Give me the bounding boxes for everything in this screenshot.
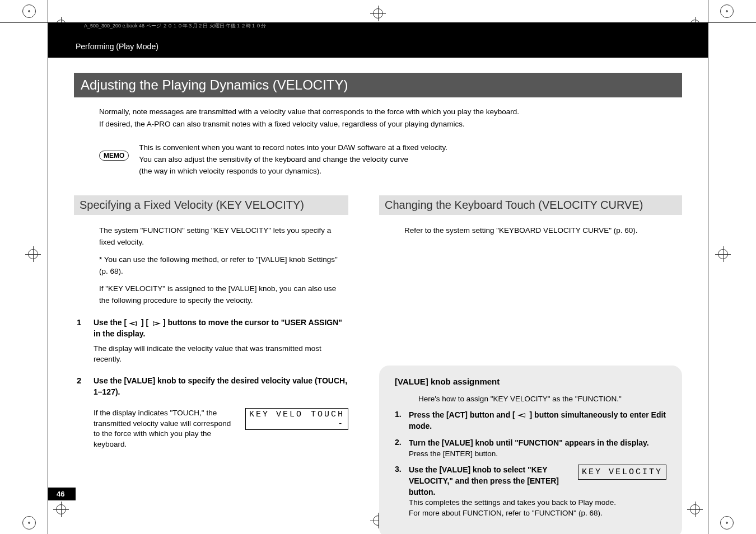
header-metadata: A_500_300_200 e.book 46 ページ ２０１０年３月２日 火曜… [84, 22, 266, 30]
crop-mark [720, 4, 734, 18]
callout-box: [VALUE] knob assignment Here's how to as… [379, 366, 682, 534]
main-title: Adjusting the Playing Dynamics (VELOCITY… [74, 73, 682, 97]
callout-intro: Here's how to assign "KEY VELOCITY" as t… [418, 395, 666, 403]
crop-mark [720, 516, 734, 530]
left-column: Specifying a Fixed Velocity (KEY VELOCIT… [74, 195, 348, 534]
section-header: Changing the Keyboard Touch (VELOCITY CU… [379, 195, 682, 215]
lcd-value: TOUCH [311, 410, 344, 419]
trim-line [48, 0, 48, 534]
section-header: Specifying a Fixed Velocity (KEY VELOCIT… [74, 195, 348, 215]
arrow-right-icon [151, 321, 161, 326]
memo-badge: MEMO [99, 151, 129, 161]
callout-title: [VALUE] knob assignment [395, 377, 666, 386]
memo-block: MEMO This is convenient when you want to… [99, 142, 682, 177]
callout-step-2: 2. Turn the [VALUE] knob until "FUNCTION… [395, 438, 666, 460]
crop-mark [22, 516, 36, 530]
registration-mark [53, 502, 69, 517]
page-number: 46 [48, 488, 76, 500]
step-1: 1 Use the [ ] [ ] buttons to move the cu… [74, 317, 348, 364]
step-body: Use the [VALUE] knob to specify the desi… [94, 376, 348, 450]
memo-text: This is convenient when you want to reco… [139, 142, 447, 177]
lcd-display: KEY VELOCITY [578, 465, 666, 480]
step-number: 2 [77, 376, 94, 450]
registration-mark [715, 246, 731, 262]
section-text: If "KEY VELOCITY" is assigned to the [VA… [99, 283, 348, 307]
step-body: Press the [ACT] button and [ ] button si… [409, 410, 666, 432]
registration-mark [687, 502, 703, 517]
section-text: Refer to the system setting "KEYBOARD VE… [404, 225, 682, 237]
step-2: 2 Use the [VALUE] knob to specify the de… [74, 376, 348, 450]
step-number: 1. [395, 410, 409, 432]
registration-mark [25, 246, 41, 262]
step-body: Use the [VALUE] knob to select "KEY VELO… [409, 465, 666, 519]
registration-mark [370, 6, 386, 21]
step-description: If the display indicates "TOUCH," the tr… [94, 408, 234, 451]
intro-text: Normally, note messages are transmitted … [99, 106, 682, 130]
step-title: Use the [ ] [ ] buttons to move the curs… [94, 317, 348, 339]
section-text: The system "FUNCTION" setting "KEY VELOC… [99, 225, 348, 249]
arrow-left-icon [517, 413, 528, 418]
page-content: Adjusting the Playing Dynamics (VELOCITY… [74, 73, 682, 534]
step-description: The display will indicate the velocity v… [94, 344, 348, 365]
step-body: Use the [ ] [ ] buttons to move the curs… [94, 317, 348, 364]
section-note: * You can use the following method, or r… [99, 254, 348, 278]
lcd-display: KEY VELO TOUCH - [245, 408, 348, 430]
lcd-label: KEY VELO [249, 410, 303, 419]
lcd-sub: - [249, 419, 344, 428]
step-number: 2. [395, 438, 409, 460]
page-header: A_500_300_200 e.book 46 ページ ２０１０年３月２日 火曜… [48, 22, 708, 58]
breadcrumb: Performing (Play Mode) [76, 42, 158, 51]
callout-step-1: 1. Press the [ACT] button and [ ] button… [395, 410, 666, 432]
step-number: 1 [77, 317, 94, 364]
step-body: Turn the [VALUE] knob until "FUNCTION" a… [409, 438, 666, 460]
arrow-left-icon [129, 321, 139, 326]
step-title: Use the [VALUE] knob to specify the desi… [94, 376, 348, 397]
crop-mark [22, 4, 36, 18]
callout-step-3: 3. Use the [VALUE] knob to select "KEY V… [395, 465, 666, 519]
step-number: 3. [395, 465, 409, 519]
right-column: Changing the Keyboard Touch (VELOCITY CU… [379, 195, 682, 534]
trim-line [708, 0, 708, 534]
